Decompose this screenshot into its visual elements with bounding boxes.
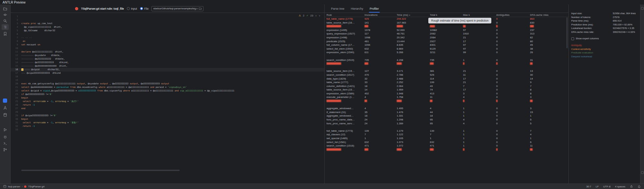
profiler-row[interactable] (325, 54, 568, 58)
profiler-row[interactable]: func_proc_name_serv…241.28995405 (325, 122, 568, 126)
cell-rule: aggregate_windowed… (325, 107, 363, 110)
profiler-row[interactable]: if_statement (31)351.476441015 (325, 110, 568, 114)
inspections-widget[interactable]: ⚠2 ✓23 ∧ ∨ (299, 14, 320, 17)
file-radio[interactable]: File (140, 7, 149, 10)
column-header-time-ms[interactable]: Time (ms)▾ (395, 14, 428, 16)
window-icon[interactable] (3, 185, 6, 188)
profiler-row[interactable]: aggregate_windowed…41.4954103 (325, 107, 568, 110)
profiler-row[interactable]: select_list_elem (1592)6326.669612997038 (325, 47, 568, 51)
next-problem-icon[interactable]: ∨ (319, 14, 320, 17)
profiler-row[interactable]: expression_elem (1589)4021.948413308 (325, 92, 568, 96)
antlr-preview-tool-icon[interactable] (3, 99, 7, 103)
lock-icon[interactable] (630, 185, 633, 188)
tab-hierarchy[interactable]: Hierarchy (348, 5, 367, 13)
caret-position-widget[interactable]: 30:7 (586, 185, 591, 188)
indent-widget[interactable]: 4 spaces (615, 185, 625, 188)
commit-icon[interactable] (3, 13, 7, 17)
profiler-row[interactable]: search_condition (1519)7354.1587351031 (325, 58, 568, 62)
line-separator-widget[interactable]: LF (596, 185, 599, 188)
debug-icon[interactable] (3, 135, 7, 139)
code-token: on (38, 43, 40, 46)
code-editor[interactable]: ⚠2 ✓23 ∧ ∨ 123create proc up_com_test4 @… (11, 13, 324, 184)
input-radio[interactable]: Input (127, 7, 137, 10)
show-expert-columns-checkbox[interactable] (571, 37, 574, 40)
column-header-ambiguities[interactable]: Ambiguities (494, 14, 528, 16)
bookmarks-icon[interactable] (3, 32, 7, 36)
profiler-row[interactable]: predicate (1525)46113.444292717080 (325, 40, 568, 43)
profiler-row[interactable]: table_name (1777)332.2521992109 (325, 80, 568, 84)
profiler-row[interactable]: ██████████████████████████████ (325, 24, 568, 28)
profiler-row[interactable]: expression (1495)197852.99910982970237 (325, 28, 568, 32)
cell-total-k: 381 (428, 69, 461, 73)
profiler-row[interactable]: sql_clauses (12)71.1227104 (325, 133, 568, 137)
profiler-row[interactable]: aggregate_windowed…181.33118101 (325, 114, 568, 118)
cell-max-k: 1 (461, 144, 494, 148)
bell-icon[interactable] (638, 185, 641, 188)
prev-problem-icon[interactable]: ∧ (315, 14, 317, 17)
search-icon[interactable] (3, 19, 7, 23)
structure-icon[interactable] (2, 24, 9, 30)
status-bar: tsql-parser › TSqlParser.g4 30:7 LF UTF-… (0, 184, 644, 189)
profiler-row[interactable]: expression_elem (1590)6115.266321199026 (325, 51, 568, 54)
cell-max-k: 17 (461, 88, 494, 92)
profiler-row[interactable]: full_table_name (1773)1391.179139107 (325, 129, 568, 133)
profiler-row[interactable]: search_condition (1516)4711.0724711011 (325, 144, 568, 148)
project-icon[interactable] (3, 6, 7, 11)
profiler-row[interactable]: select_list (1581)6321.073632106 (325, 140, 568, 144)
breadcrumb-file[interactable]: TSqlParser.g4 (28, 185, 44, 188)
profiler-row[interactable]: execute_parameter (1…41.75811403 (325, 95, 568, 99)
column-header-invocations[interactable]: Invocations (363, 14, 395, 16)
profiler-row[interactable]: data_type (1829)322.48811417014 (325, 77, 568, 81)
profiler-row[interactable]: ██████████████████████████ (325, 148, 568, 152)
code-line: 30begin (11, 118, 324, 121)
tab-profiler[interactable]: Profiler (366, 5, 382, 13)
code-text: select @vipid = vipid,@vipa333333333333 … (21, 89, 324, 93)
profiler-row[interactable]: search_condition (1517)4702.78652511030 (325, 73, 568, 77)
layout-icon[interactable] (641, 171, 644, 174)
profiler-row[interactable]: func_proc_name_data…241.29895405 (325, 118, 568, 122)
profiler-row[interactable]: query_expression (1527)11748.76120621910… (325, 32, 568, 36)
profiler-row[interactable] (325, 125, 568, 129)
ai-assistant-icon[interactable] (3, 106, 7, 110)
breadcrumb-project[interactable]: tsql-parser (8, 185, 20, 188)
cell-ambiguities: 0 (494, 28, 528, 32)
profiler-row[interactable]: table_source_item (15…141.959741708 (325, 88, 568, 92)
database-icon[interactable] (3, 113, 7, 117)
column-header-total-k[interactable]: Total k (428, 14, 461, 16)
code-token: ——— (21, 72, 25, 74)
profiler-row[interactable]: ██████████████████████████ (325, 62, 568, 66)
cell-max-k: 21 (461, 36, 494, 40)
cell-total-k: 471 (428, 144, 461, 148)
editor-horizontal-scrollbar[interactable] (21, 170, 180, 171)
profiler-row[interactable] (325, 103, 568, 107)
cell-dfa-cache-miss: 11 (528, 144, 568, 148)
column-header-rule[interactable]: Rule (325, 14, 363, 16)
profiler-row[interactable] (325, 66, 568, 70)
table-vertical-scrollbar[interactable] (566, 17, 568, 48)
column-header-max-k[interactable]: Max k (461, 14, 494, 16)
stat-value: 92246/27576 ≈ 3.35 (613, 26, 638, 30)
profiler-row[interactable]: expression (1498)199820.342206421082 (325, 36, 568, 40)
cell-ambiguities: 0 (494, 137, 528, 140)
cell-dfa-cache-miss: 14 (528, 77, 568, 81)
tab-parse-tree[interactable]: Parse tree (328, 5, 348, 13)
run-icon[interactable] (3, 128, 7, 132)
test-file-path-field[interactable]: ebelice/Github/tsql-parser/examples/big.… (151, 6, 204, 11)
code-token: = @p_vipa1111111111111 (203, 90, 234, 92)
profiler-row[interactable]: ████████████████████████ (325, 99, 568, 103)
cell-max-k: 4 (461, 95, 494, 99)
encoding-widget[interactable]: UTF-8 (603, 185, 611, 188)
profiler-row[interactable]: column_definition (1421)182.06449707 (325, 84, 568, 88)
git-icon[interactable] (3, 147, 7, 152)
intention-bulb-icon[interactable] (21, 68, 24, 71)
column-header-dfa-cache-miss[interactable]: DFA cache miss (528, 14, 568, 16)
profiler-row[interactable]: table_source_item (15…1273.17138121013 (325, 69, 568, 73)
breadcrumb-chevron-icon: › (22, 185, 23, 188)
profiler-row[interactable]: full_column_name (17…10948.635830197045 (325, 43, 568, 47)
browse-folder-icon[interactable] (199, 7, 202, 10)
notifications-icon[interactable] (641, 7, 644, 10)
code-line: 16———— @vipid dtchar32, (11, 68, 324, 71)
terminal-icon[interactable] (3, 141, 7, 146)
cell-ambiguities: 0 (494, 69, 528, 73)
profiler-row[interactable]: set_special (1485)11.1051101 (325, 137, 568, 140)
